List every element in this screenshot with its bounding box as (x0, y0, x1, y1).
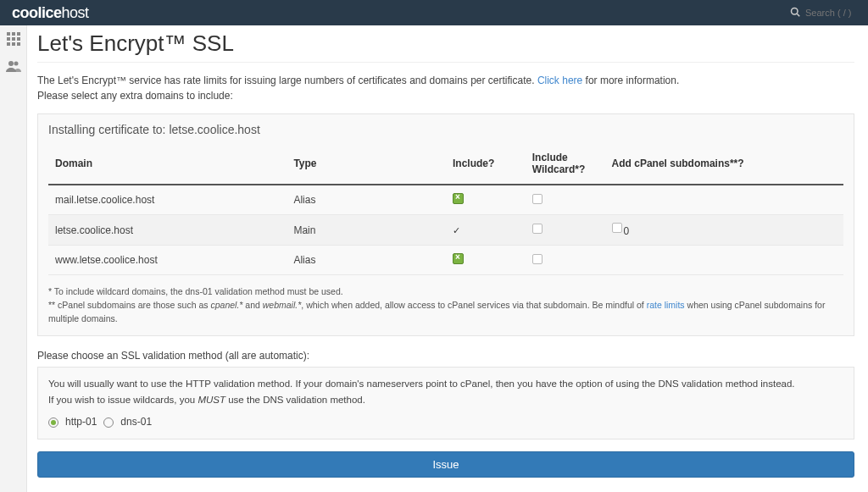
rate-limits-link[interactable]: rate limits (647, 300, 685, 310)
svg-line-1 (797, 14, 799, 16)
table-row: mail.letse.coolice.host Alias (48, 185, 843, 215)
wildcard-checkbox[interactable] (532, 254, 542, 264)
sidebar (0, 25, 27, 492)
main-content: Let's Encrypt™ SSL The Let's Encrypt™ se… (27, 25, 868, 492)
top-bar: coolicehost (0, 0, 868, 25)
col-cpanel: Add cPanel subdomains**? (605, 143, 843, 185)
svg-rect-5 (7, 37, 10, 41)
issue-button[interactable]: Issue (37, 451, 854, 478)
col-domain: Domain (48, 143, 287, 185)
svg-point-11 (8, 61, 14, 66)
svg-rect-2 (7, 32, 10, 36)
table-row: letse.coolice.host Main 0 (48, 215, 843, 246)
svg-rect-3 (12, 32, 15, 36)
validation-heading: Please choose an SSL validation method (… (37, 350, 854, 362)
radio-http01-label: http-01 (65, 414, 97, 430)
intro-text: The Let's Encrypt™ service has rate limi… (37, 75, 854, 86)
include-checkbox[interactable] (453, 253, 464, 264)
svg-rect-6 (12, 37, 15, 41)
svg-rect-7 (17, 37, 20, 41)
wildcard-checkbox[interactable] (532, 224, 542, 234)
cpanel-checkbox[interactable] (612, 223, 622, 233)
radio-dns01-label: dns-01 (120, 414, 152, 430)
search-wrap[interactable] (790, 7, 856, 19)
panel-title: Installing certificate to: letse.coolice… (38, 114, 854, 143)
col-type: Type (287, 143, 446, 185)
cpanel-zero: 0 (624, 225, 630, 237)
apps-grid-icon[interactable] (7, 32, 20, 48)
footnotes: * To include wildcard domains, the dns-0… (38, 284, 854, 335)
svg-rect-8 (7, 42, 10, 46)
validation-panel: You will usually want to use the HTTP va… (37, 367, 854, 439)
certificate-panel: Installing certificate to: letse.coolice… (37, 113, 854, 336)
intro-line2: Please select any extra domains to inclu… (37, 90, 854, 102)
svg-point-0 (792, 8, 798, 15)
col-wildcard: Include Wildcard*? (526, 143, 605, 185)
users-icon[interactable] (6, 60, 21, 75)
page-title: Let's Encrypt™ SSL (37, 30, 854, 63)
domains-table: Domain Type Include? Include Wildcard*? … (48, 143, 843, 275)
include-checkbox[interactable] (453, 193, 464, 204)
wildcard-checkbox[interactable] (532, 194, 542, 204)
logo-bold: coolice (12, 4, 62, 22)
brand-logo[interactable]: coolicehost (12, 4, 89, 22)
svg-point-12 (14, 62, 18, 66)
logo-light: host (62, 4, 89, 22)
radio-dns01[interactable] (103, 417, 114, 428)
svg-rect-9 (12, 42, 15, 46)
click-here-link[interactable]: Click here (537, 75, 582, 86)
svg-rect-10 (17, 42, 20, 46)
table-row: www.letse.coolice.host Alias (48, 246, 843, 275)
search-icon (790, 7, 800, 19)
search-input[interactable] (805, 8, 856, 18)
col-include: Include? (446, 143, 526, 185)
svg-rect-4 (17, 32, 20, 36)
radio-http01[interactable] (48, 417, 58, 428)
include-checkbox-locked (453, 224, 460, 236)
